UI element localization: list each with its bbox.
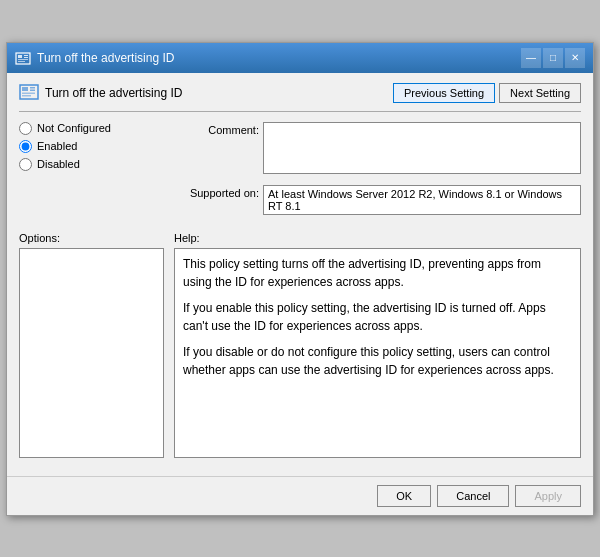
svg-rect-0 [16,53,30,64]
not-configured-radio[interactable] [19,122,32,135]
options-label: Options: [19,232,164,244]
ok-button[interactable]: OK [377,485,431,507]
right-panel: Comment: Supported on: [174,122,581,224]
comment-container [263,122,581,177]
cancel-button[interactable]: Cancel [437,485,509,507]
help-para-1: This policy setting turns off the advert… [183,255,572,291]
enabled-option[interactable]: Enabled [19,140,164,153]
enabled-label: Enabled [37,140,77,152]
svg-rect-1 [18,55,22,58]
content-area: Turn off the advertising ID Previous Set… [7,73,593,468]
close-button[interactable]: ✕ [565,48,585,68]
enabled-radio[interactable] [19,140,32,153]
comment-label: Comment: [174,122,259,136]
svg-rect-7 [22,87,28,91]
disabled-radio[interactable] [19,158,32,171]
header-title: Turn off the advertising ID [45,86,182,100]
left-panel: Not Configured Enabled Disabled [19,122,164,224]
comment-row: Comment: [174,122,581,177]
svg-rect-2 [24,55,28,56]
radio-group: Not Configured Enabled Disabled [19,122,164,171]
supported-row: Supported on: [174,185,581,218]
maximize-button[interactable]: □ [543,48,563,68]
main-content: Not Configured Enabled Disabled Comment: [19,122,581,224]
not-configured-option[interactable]: Not Configured [19,122,164,135]
minimize-button[interactable]: — [521,48,541,68]
supported-container [263,185,581,218]
header-buttons: Previous Setting Next Setting [393,83,581,103]
svg-rect-11 [22,95,31,97]
main-window: Turn off the advertising ID — □ ✕ [6,42,594,516]
title-bar-left: Turn off the advertising ID [15,50,174,66]
svg-rect-5 [18,61,25,62]
svg-rect-10 [22,92,35,94]
footer: OK Cancel Apply [7,476,593,515]
title-bar: Turn off the advertising ID — □ ✕ [7,43,593,73]
previous-setting-button[interactable]: Previous Setting [393,83,495,103]
header-row: Turn off the advertising ID Previous Set… [19,83,581,112]
svg-rect-3 [24,57,28,58]
svg-rect-8 [30,87,35,89]
disabled-option[interactable]: Disabled [19,158,164,171]
help-box: This policy setting turns off the advert… [174,248,581,458]
window-title: Turn off the advertising ID [37,51,174,65]
help-para-2: If you enable this policy setting, the a… [183,299,572,335]
svg-rect-4 [18,59,28,60]
options-section: Options: [19,232,164,458]
not-configured-label: Not Configured [37,122,111,134]
window-icon [15,50,31,66]
apply-button[interactable]: Apply [515,485,581,507]
title-bar-controls: — □ ✕ [521,48,585,68]
options-box [19,248,164,458]
help-para-3: If you disable or do not configure this … [183,343,572,379]
disabled-label: Disabled [37,158,80,170]
next-setting-button[interactable]: Next Setting [499,83,581,103]
supported-textarea [263,185,581,215]
bottom-section: Options: Help: This policy setting turns… [19,232,581,458]
help-section: Help: This policy setting turns off the … [174,232,581,458]
supported-label: Supported on: [174,185,259,199]
help-label: Help: [174,232,581,244]
comment-textarea[interactable] [263,122,581,174]
svg-rect-9 [30,89,35,91]
header-left: Turn off the advertising ID [19,83,182,103]
header-icon [19,83,39,103]
